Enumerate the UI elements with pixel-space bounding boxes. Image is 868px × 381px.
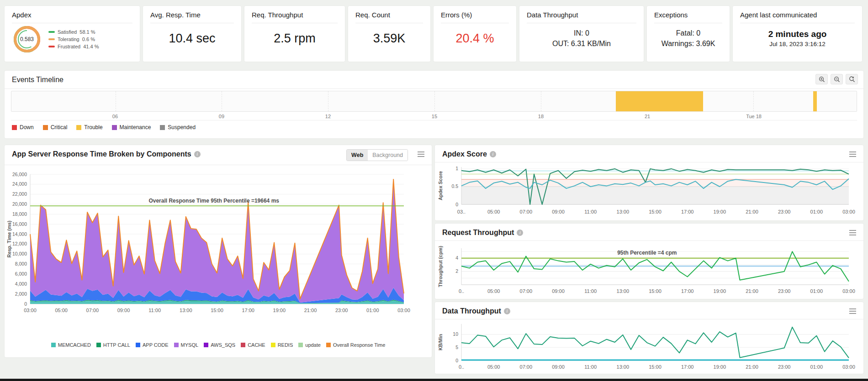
y-tick-label: 26,000 bbox=[12, 172, 27, 177]
request-throughput-panel: Request Throughputi 240..05:0007:0009:00… bbox=[435, 224, 863, 299]
main-legend-item[interactable]: update bbox=[298, 342, 321, 348]
kpi-title: Agent last communicated bbox=[740, 11, 855, 23]
y-tick-label: 16,000 bbox=[12, 221, 27, 227]
legend-label: CACHE bbox=[248, 342, 265, 348]
request-throughput-title: Request Throughput bbox=[442, 229, 514, 237]
data-throughput-title: Data Throughput bbox=[442, 307, 501, 315]
zoom-in-icon[interactable] bbox=[815, 74, 828, 84]
x-tick-label: 17:00 bbox=[681, 288, 694, 294]
kpi-title: Errors (%) bbox=[441, 11, 509, 23]
legend-swatch bbox=[48, 38, 55, 40]
y-tick-label: 22,000 bbox=[12, 191, 27, 197]
legend-label: MYSQL bbox=[181, 342, 199, 348]
x-tick-label: 03:00 bbox=[24, 308, 37, 313]
legend-label: Satisfied 58.1 % bbox=[58, 29, 95, 35]
timeline-tick-label: 09 bbox=[219, 114, 224, 119]
apdex-donut-chart: 0.583 bbox=[12, 24, 42, 54]
toggle-web[interactable]: Web bbox=[347, 150, 368, 161]
info-icon[interactable]: i bbox=[504, 308, 510, 314]
y-tick-label: 5 bbox=[455, 344, 458, 350]
x-tick-label: 07:00 bbox=[520, 364, 533, 370]
info-icon[interactable]: i bbox=[517, 230, 523, 236]
main-legend-item[interactable]: AWS_SQS bbox=[204, 342, 235, 348]
x-tick-label: 13:00 bbox=[617, 209, 630, 214]
y-axis-title: Resp. Time (ms) bbox=[6, 221, 12, 258]
timeline-gridline bbox=[328, 91, 328, 111]
info-icon[interactable]: i bbox=[490, 151, 496, 157]
x-tick-label: 13:00 bbox=[180, 308, 192, 313]
kpi-title: Data Throughput bbox=[527, 11, 636, 23]
timeline-tick-label: 12 bbox=[325, 114, 331, 119]
y-tick-label: 4,000 bbox=[15, 281, 27, 287]
x-tick-label: 23:00 bbox=[778, 209, 791, 214]
kpi-card-avg-resp-time: Avg. Resp. Time 10.4 sec bbox=[143, 6, 241, 62]
x-tick-label: 09:00 bbox=[552, 364, 565, 370]
y-tick-label: 0 bbox=[455, 358, 458, 363]
kpi-card-agent-last-communicated: Agent last communicated 2 minutes ago Ju… bbox=[733, 6, 862, 62]
timeline-zoom-controls bbox=[815, 74, 858, 84]
x-tick-label: 21:00 bbox=[746, 288, 758, 294]
legend-swatch bbox=[112, 125, 117, 130]
agent-last-communicated-value: 2 minutes ago bbox=[768, 29, 827, 39]
y-axis-title: Throughput (cpm) bbox=[438, 246, 443, 287]
main-legend-item[interactable]: MEMCACHED bbox=[51, 342, 91, 348]
events-timeline-track[interactable] bbox=[11, 91, 857, 112]
x-tick-label: 19:00 bbox=[714, 364, 726, 370]
x-tick-label: 0.. bbox=[459, 364, 464, 370]
x-tick-label: 17:00 bbox=[681, 209, 694, 214]
main-legend-item[interactable]: CACHE bbox=[241, 342, 265, 348]
x-tick-label: 17:00 bbox=[681, 364, 694, 370]
main-legend-item[interactable]: REDIS bbox=[271, 342, 293, 348]
timeline-event-block-trouble[interactable] bbox=[813, 91, 817, 111]
zoom-reset-icon[interactable] bbox=[846, 74, 858, 84]
events-legend-item-trouble: Trouble bbox=[76, 124, 102, 130]
series-line-out-kb-min[interactable] bbox=[461, 327, 849, 358]
legend-label: REDIS bbox=[278, 342, 293, 348]
x-tick-label: 19:00 bbox=[714, 209, 726, 214]
timeline-tick-label: 06 bbox=[112, 114, 118, 119]
apdex-score-title: Apdex Score bbox=[442, 150, 487, 158]
window-bottom-edge bbox=[0, 379, 868, 381]
y-tick-label: 14,000 bbox=[12, 231, 27, 237]
legend-swatch bbox=[51, 343, 56, 347]
y-tick-label: 6,000 bbox=[15, 271, 27, 277]
y-tick-label: 10,000 bbox=[12, 251, 27, 256]
x-tick-label: 15:00 bbox=[211, 308, 223, 313]
timeline-event-block-trouble[interactable] bbox=[616, 91, 703, 111]
main-legend-item[interactable]: Overall Response Time bbox=[326, 342, 385, 348]
events-timeline-axis: 060912151821Tue 18 bbox=[11, 114, 857, 120]
timeline-gridline bbox=[753, 91, 754, 111]
x-tick-label: 23:00 bbox=[335, 308, 348, 313]
menu-icon[interactable] bbox=[849, 308, 856, 314]
x-tick-label: 13:00 bbox=[617, 364, 630, 370]
x-tick-label: 21:00 bbox=[304, 308, 317, 313]
legend-label: Tolerating 0.6 % bbox=[58, 37, 95, 42]
x-tick-label: 07:00 bbox=[86, 308, 99, 313]
legend-swatch bbox=[76, 125, 81, 130]
menu-icon[interactable] bbox=[418, 151, 424, 157]
menu-icon[interactable] bbox=[849, 230, 856, 235]
info-icon[interactable]: i bbox=[194, 151, 201, 157]
y-tick-label: 2,000 bbox=[15, 291, 27, 297]
legend-swatch bbox=[43, 125, 48, 130]
kpi-card-exceptions: Exceptions Fatal: 0 Warnings: 3.69K bbox=[647, 6, 730, 62]
x-tick-label: 01:00 bbox=[810, 364, 823, 370]
main-legend-item[interactable]: HTTP CALL bbox=[96, 342, 130, 348]
kpi-title: Avg. Resp. Time bbox=[150, 11, 234, 23]
y-tick-label: 0.5 bbox=[451, 183, 458, 189]
menu-icon[interactable] bbox=[849, 151, 856, 157]
events-legend-item-critical: Critical bbox=[43, 124, 68, 130]
y-tick-label: 24,000 bbox=[12, 181, 27, 187]
toggle-background[interactable]: Background bbox=[368, 150, 408, 161]
legend-swatch bbox=[326, 343, 331, 347]
x-tick-label: 09:00 bbox=[117, 308, 130, 313]
kpi-title: Req. Count bbox=[355, 11, 423, 23]
timeline-tick-label: Tue 18 bbox=[746, 114, 762, 119]
main-legend-item[interactable]: APP CODE bbox=[136, 342, 169, 348]
data-throughput-out: OUT: 6.31 KB/Min bbox=[552, 38, 611, 49]
kpi-value: 10.4 sec bbox=[169, 31, 215, 46]
zoom-out-icon[interactable] bbox=[831, 74, 843, 84]
main-legend-item[interactable]: MYSQL bbox=[174, 342, 199, 348]
main-chart-title: App Server Response Time Broken by Compo… bbox=[12, 150, 191, 158]
x-tick-label: 07:00 bbox=[520, 288, 533, 294]
